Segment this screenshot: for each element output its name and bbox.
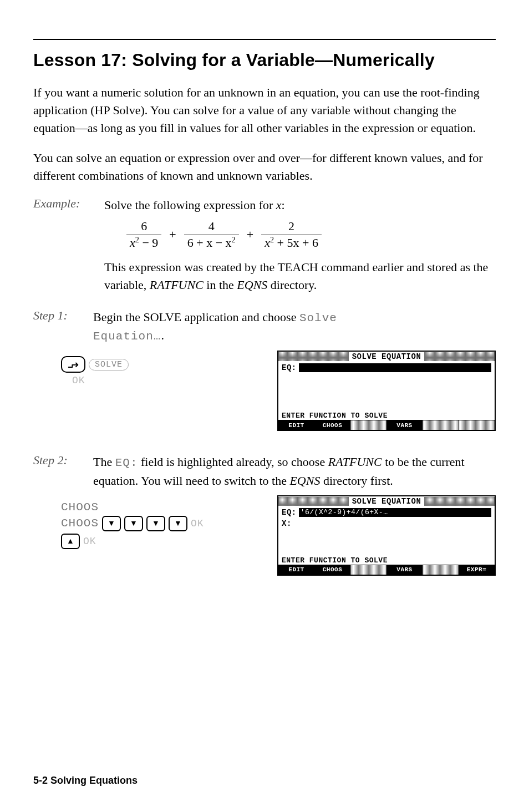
intro-para-1: If you want a numeric solution for an un… bbox=[33, 84, 496, 137]
step1-lcd-b: Equation… bbox=[93, 330, 161, 343]
right-shift-key bbox=[61, 356, 85, 373]
ok-softkey: OK bbox=[61, 375, 85, 386]
screen1-title: SOLVE EQUATION bbox=[349, 352, 425, 361]
down-arrow-key-3: ▼ bbox=[146, 516, 165, 531]
ratfunc: RATFUNC bbox=[150, 278, 204, 292]
step2-lcd: EQ: bbox=[115, 456, 138, 469]
calc-screen-1: SOLVE EQUATION EQ: ENTER FUNCTION TO SOL… bbox=[277, 351, 496, 431]
f3-den-x: x bbox=[264, 236, 270, 250]
down-arrow-key-2: ▼ bbox=[124, 516, 143, 531]
eqns: EQNS bbox=[237, 278, 267, 292]
screen1-menu-blank2 bbox=[423, 420, 459, 430]
down-arrow-key-4: ▼ bbox=[169, 516, 187, 531]
math-expression: 6 x2 − 9 + 4 6 + x − x2 + 2 x2 + 5x + 6 bbox=[126, 220, 496, 249]
step1-text-c: . bbox=[161, 328, 164, 342]
ok-soft-1: OK bbox=[191, 518, 204, 529]
f1-num: 6 bbox=[138, 220, 150, 234]
example-intro-b: : bbox=[282, 198, 285, 212]
screen2-menu-blank2 bbox=[423, 565, 459, 575]
example-var: x bbox=[276, 198, 282, 212]
screen1-menu-blank1 bbox=[350, 420, 386, 430]
screen2-title: SOLVE EQUATION bbox=[349, 497, 425, 506]
f2-den: 6 + x − x bbox=[187, 236, 232, 250]
screen1-menu-vars: VARS bbox=[386, 420, 423, 430]
page-footer: 5-2 Solving Equations bbox=[33, 775, 138, 786]
step1-lcd-a: Solve bbox=[299, 312, 337, 324]
screen2-prompt: ENTER FUNCTION TO SOLVE bbox=[278, 556, 495, 565]
titlebar2-hatch-left bbox=[278, 497, 349, 506]
down-arrow-key-1: ▼ bbox=[102, 516, 121, 531]
screen2-x-label: X: bbox=[282, 519, 292, 528]
screen1-menubar: EDIT CHOOS VARS bbox=[278, 420, 495, 430]
screen1-menu-blank3 bbox=[459, 420, 495, 430]
example-content: Solve the following expression for x: 6 … bbox=[104, 196, 496, 293]
lesson-title: Lesson 17: Solving for a Variable—Numeri… bbox=[33, 50, 496, 70]
example-intro-a: Solve the following expression for bbox=[104, 198, 276, 212]
screen2-menubar: EDIT CHOOS VARS EXPR= bbox=[278, 565, 495, 575]
step2-text-d: directory first. bbox=[320, 474, 393, 488]
choos-soft-1: CHOOS bbox=[61, 501, 99, 514]
f1-den-x: x bbox=[130, 236, 135, 250]
solve-key: SOLVE bbox=[89, 359, 129, 371]
step2-content: The EQ: field is highlighted already, so… bbox=[93, 453, 496, 489]
top-rule bbox=[33, 39, 496, 40]
screen2-menu-choos: CHOOS bbox=[314, 565, 350, 575]
titlebar2-hatch-right bbox=[424, 497, 495, 506]
screen2-menu-expr: EXPR= bbox=[459, 565, 495, 575]
choos-soft-2: CHOOS bbox=[61, 517, 99, 530]
f2-num: 4 bbox=[205, 220, 218, 234]
ok-soft-2: OK bbox=[83, 536, 96, 547]
step2-text-b: field is highlighted already, so choose bbox=[138, 455, 328, 469]
screen1-eq-value bbox=[299, 363, 491, 372]
screen1-prompt: ENTER FUNCTION TO SOLVE bbox=[278, 412, 495, 420]
screen2-menu-edit: EDIT bbox=[278, 565, 314, 575]
f1-den-b: − 9 bbox=[139, 236, 158, 250]
titlebar-hatch-left bbox=[278, 352, 349, 361]
screen1-eq-label: EQ: bbox=[282, 363, 297, 373]
calc-screen-2: SOLVE EQUATION EQ: '6/(X^2-9)+4/(6+X-… X… bbox=[277, 495, 496, 576]
example-label: Example: bbox=[33, 196, 94, 293]
step1-label: Step 1: bbox=[33, 308, 83, 346]
plus-2: + bbox=[247, 226, 253, 243]
screen2-eq-value: '6/(X^2-9)+4/(6+X-… bbox=[299, 508, 491, 517]
f3-den-b: + 5x + 6 bbox=[274, 236, 318, 250]
screen2-eq-label: EQ: bbox=[282, 507, 297, 517]
step2-label: Step 2: bbox=[33, 453, 83, 489]
plus-1: + bbox=[169, 226, 176, 243]
step1-keys: SOLVE OK bbox=[33, 351, 261, 388]
screen1-menu-choos: CHOOS bbox=[314, 420, 350, 430]
step2-text-a: The bbox=[93, 455, 115, 469]
step2-ital: RATFUNC bbox=[328, 455, 382, 469]
screen2-menu-blank1 bbox=[350, 565, 386, 575]
f3-num: 2 bbox=[285, 220, 298, 234]
titlebar-hatch-right bbox=[424, 352, 495, 361]
step2-keys: CHOOS CHOOS ▼ ▼ ▼ ▼ OK ▲ OK bbox=[33, 495, 261, 551]
example-after-c: directory. bbox=[267, 278, 317, 292]
intro-para-2: You can solve an equation or expression … bbox=[33, 149, 496, 185]
step1-text-a: Begin the SOLVE application and choose bbox=[93, 310, 299, 324]
up-arrow-key: ▲ bbox=[61, 534, 80, 549]
step1-content: Begin the SOLVE application and choose S… bbox=[93, 308, 496, 346]
example-after-b: in the bbox=[204, 278, 237, 292]
screen2-menu-vars: VARS bbox=[386, 565, 423, 575]
step2-ital2: EQNS bbox=[289, 474, 320, 488]
screen1-menu-edit: EDIT bbox=[278, 420, 314, 430]
